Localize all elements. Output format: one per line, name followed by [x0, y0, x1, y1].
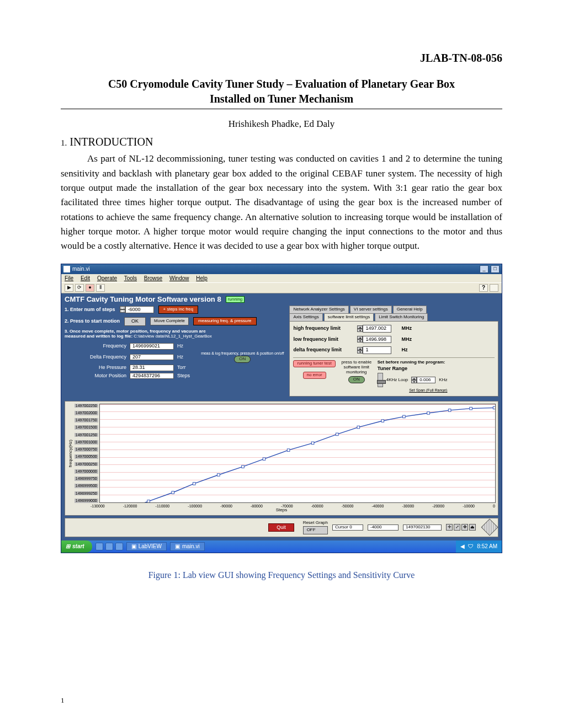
- tab-general-help[interactable]: General Help: [393, 306, 427, 313]
- span-input[interactable]: ▲▼ 0.006: [411, 377, 435, 384]
- svg-rect-6: [241, 465, 244, 468]
- plot-legend-icon[interactable]: [481, 519, 498, 536]
- step1-label: 1. Enter num of steps: [65, 307, 115, 313]
- span-unit: KHz: [439, 378, 447, 383]
- high-limit-input[interactable]: ▲▼ 1497.002: [357, 325, 391, 333]
- taskbar-item-labview[interactable]: ▣ LabVIEW: [126, 542, 167, 551]
- running-indicator: running: [226, 296, 245, 303]
- frequency-unit: Hz: [177, 344, 194, 349]
- svg-rect-5: [217, 473, 220, 476]
- menu-bar[interactable]: File Edit Operate Tools Browse Window He…: [61, 274, 502, 282]
- tab-axis-settings[interactable]: Axis Settings: [289, 313, 322, 321]
- tab-vi-server[interactable]: VI server settings: [350, 306, 392, 313]
- taskbar-item-main-vi[interactable]: ▣ main.vi: [170, 542, 205, 551]
- menu-edit[interactable]: Edit: [81, 275, 90, 281]
- steps-spinner[interactable]: ▲▼: [120, 306, 125, 313]
- delta-limit-input[interactable]: ▲▼ 1: [357, 346, 391, 354]
- motor-pos-unit: Steps: [177, 373, 194, 379]
- svg-rect-17: [493, 406, 495, 409]
- section-title: INTRODUCTION: [70, 136, 153, 148]
- cursor-y[interactable]: 1497002130: [403, 524, 442, 531]
- menu-tools[interactable]: Tools: [124, 275, 137, 281]
- ok-button[interactable]: OK: [124, 317, 146, 326]
- title-line-1: C50 Cryomodule Cavity Tuner Study – Eval…: [108, 78, 455, 90]
- section-number: 1.: [61, 138, 67, 147]
- tab-software-limit[interactable]: software limit settings: [324, 313, 374, 321]
- high-limit-unit: MHz: [401, 326, 412, 331]
- menu-file[interactable]: File: [65, 275, 73, 281]
- ql-icon-1[interactable]: [95, 543, 103, 550]
- help-icon[interactable]: ?: [479, 284, 488, 292]
- meas-log-toggle[interactable]: ON: [234, 356, 251, 363]
- high-limit-value[interactable]: 1497.002: [363, 325, 391, 333]
- graph-palette[interactable]: ✛ ⤢ ✥ ⏏: [446, 524, 476, 531]
- cursor-name[interactable]: Cursor 0: [332, 524, 363, 531]
- svg-rect-9: [311, 442, 314, 445]
- measuring-indicator: measuring freq. & pressure: [193, 317, 257, 325]
- motor-pos-value: 4294837296: [130, 373, 174, 379]
- low-limit-value[interactable]: 1496.998: [363, 336, 391, 344]
- run-continuous-button[interactable]: ⟳: [75, 284, 84, 292]
- svg-rect-15: [448, 409, 451, 411]
- run-button[interactable]: ▶: [65, 284, 73, 292]
- pause-button[interactable]: Ⅱ: [96, 284, 105, 292]
- menu-window[interactable]: Window: [169, 275, 189, 281]
- he-pressure-unit: Torr: [177, 365, 194, 371]
- delta-freq-unit: Hz: [177, 355, 194, 360]
- delta-limit-unit: Hz: [401, 347, 407, 353]
- tray-icon-2[interactable]: 🛡: [468, 543, 474, 549]
- tab-network-analyzer[interactable]: Network Analyzer Settings: [289, 306, 348, 313]
- cursor-x[interactable]: -4000: [368, 524, 399, 531]
- windows-logo-icon: ⊞: [66, 543, 70, 549]
- settings-tabs-row1: Network Analyzer Settings VI server sett…: [289, 306, 498, 313]
- minimize-button[interactable]: _: [480, 265, 488, 273]
- low-limit-label: low frequency limit: [293, 337, 354, 342]
- zoom-icon[interactable]: ⤢: [454, 524, 460, 531]
- windows-taskbar[interactable]: ⊞ start ▣ LabVIEW ▣ main.vi ◀ 🛡 8:52 AM: [61, 540, 502, 553]
- menu-help[interactable]: Help: [196, 275, 208, 281]
- tray-icon-1[interactable]: ◀: [460, 543, 465, 549]
- maximize-button[interactable]: □: [491, 265, 500, 273]
- meas-log-label: meas & log frequency, pressure & positio…: [201, 351, 284, 356]
- quit-button[interactable]: Quit: [268, 523, 294, 532]
- ql-icon-2[interactable]: [105, 543, 113, 550]
- start-button[interactable]: ⊞ start: [61, 540, 92, 553]
- low-limit-input[interactable]: ▲▼ 1496.998: [357, 336, 391, 344]
- steps-input[interactable]: ▲▼ -6000: [120, 306, 154, 314]
- tuner-range-slider[interactable]: [378, 373, 383, 387]
- y-axis-ticks: 1497002250149700200014970017501497001500…: [75, 404, 99, 503]
- svg-rect-12: [381, 419, 384, 422]
- reset-graph-toggle[interactable]: OFF: [303, 526, 328, 534]
- press-enable-label: press to enable software limit monitorin…: [340, 360, 373, 374]
- pan-icon[interactable]: ✥: [461, 524, 468, 531]
- steps-value[interactable]: -6000: [125, 306, 154, 314]
- abort-button[interactable]: ●: [86, 284, 94, 292]
- menu-browse[interactable]: Browse: [144, 275, 162, 281]
- delta-limit-value[interactable]: 1: [363, 346, 391, 354]
- svg-rect-4: [193, 482, 195, 485]
- steps-inc-freq-badge: + steps inc freq: [158, 306, 198, 314]
- system-tray[interactable]: ◀ 🛡 8:52 AM: [456, 540, 502, 553]
- crosshair-icon[interactable]: ✛: [446, 524, 453, 531]
- title-line-2: Installed on Tuner Mechanism: [210, 93, 353, 105]
- intro-paragraph: As part of NL-12 decommissioning, tuner …: [61, 152, 502, 253]
- svg-rect-11: [357, 426, 360, 429]
- clock: 8:52 AM: [477, 543, 497, 549]
- window-titlebar[interactable]: main.vi _ □: [61, 264, 502, 274]
- window-title: main.vi: [72, 266, 90, 272]
- quick-launch[interactable]: [95, 543, 123, 550]
- tab-limit-switch[interactable]: Limit Switch Monitoring: [375, 313, 428, 321]
- labview-icon: ▣: [131, 543, 136, 549]
- settings-panel: high frequency limit ▲▼ 1497.002 MHz low…: [289, 321, 498, 397]
- limit-monitor-toggle[interactable]: ON: [348, 376, 365, 383]
- plot-area[interactable]: [99, 404, 496, 503]
- span-value[interactable]: 0.006: [417, 377, 435, 384]
- log-file-path: C:\labview data\NL12_1_Hyst_GearBox: [134, 334, 211, 339]
- ql-icon-3[interactable]: [115, 543, 123, 550]
- figure-caption: Figure 1: Lab view GUI showing Frequency…: [61, 569, 502, 582]
- lock-icon[interactable]: ⏏: [469, 524, 476, 531]
- vi-file-icon: ▣: [175, 543, 180, 549]
- menu-operate[interactable]: Operate: [97, 275, 117, 281]
- svg-rect-7: [263, 457, 265, 460]
- vi-icon[interactable]: [490, 284, 498, 292]
